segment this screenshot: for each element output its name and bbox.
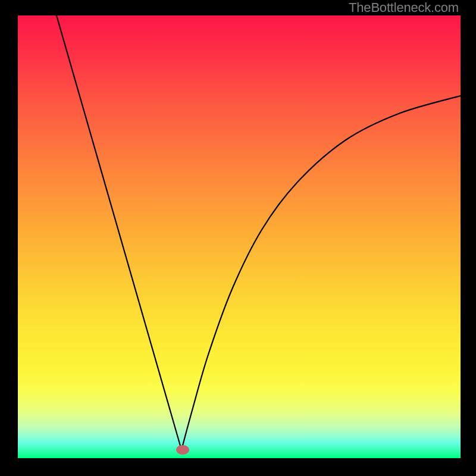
- minimum-marker: [176, 445, 189, 455]
- curve-svg: [18, 15, 461, 458]
- watermark-text: TheBottleneck.com: [349, 0, 459, 15]
- chart-frame: TheBottleneck.com: [0, 0, 476, 476]
- bottleneck-curve: [57, 15, 461, 450]
- plot-area: [18, 15, 461, 458]
